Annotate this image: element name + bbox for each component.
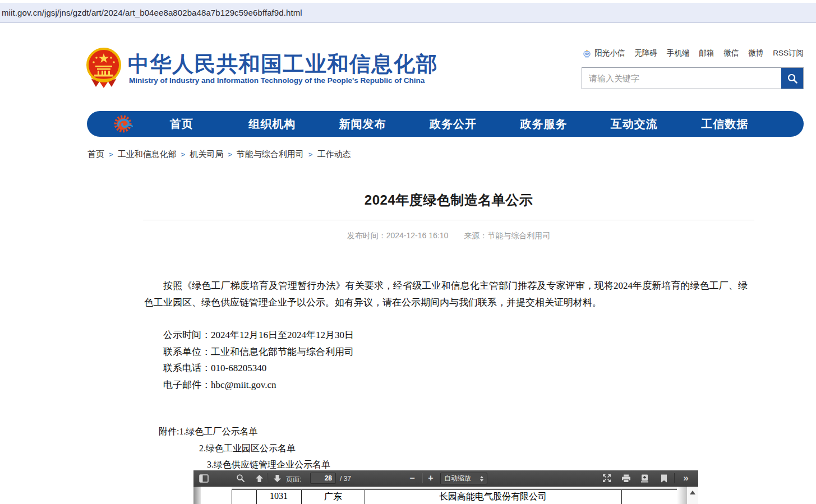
- breadcrumb-item-home[interactable]: 首页: [87, 149, 104, 160]
- breadcrumb-separator: >: [109, 150, 113, 159]
- publish-info: 发布时间：2024-12-16 16:10来源：节能与综合利用司: [143, 231, 754, 241]
- publish-time-value: 2024-12-16 16:10: [386, 231, 449, 240]
- table-border: [256, 489, 257, 504]
- zoom-out-button[interactable]: −: [405, 472, 419, 484]
- nav-item-gov-services[interactable]: 政务服务: [499, 117, 589, 132]
- find-icon: [236, 474, 245, 483]
- table-border: [301, 489, 302, 504]
- article-body: 按照《绿色工厂梯度培育及管理暂行办法》有关要求，经省级工业和信息化主管部门推荐及…: [144, 278, 748, 311]
- site-title: 中华人民共和国工业和信息化部: [128, 50, 438, 78]
- pdf-viewer: 页面: / 37 − + 自动缩放: [193, 470, 698, 504]
- pdf-content: 1031 广东 长园高能电气股份有限公司: [193, 487, 698, 504]
- pdf-sidebar-toggle-button[interactable]: [197, 472, 210, 484]
- utility-link-wechat[interactable]: 微信: [723, 48, 739, 58]
- pdf-page-right-shadow: [677, 487, 687, 504]
- table-border: [365, 489, 365, 504]
- nav-item-interaction[interactable]: 互动交流: [589, 117, 679, 132]
- pdf-scrollbar[interactable]: [687, 487, 698, 504]
- page-up-icon: [255, 474, 264, 483]
- contact-phone: 联系电话：010-68205340: [144, 360, 354, 377]
- contact-unit: 联系单位：工业和信息化部节能与综合利用司: [144, 344, 354, 360]
- utility-link-rss[interactable]: RSS订阅: [773, 48, 804, 58]
- table-border: [232, 489, 677, 490]
- pdf-page: 1031 广东 长园高能电气股份有限公司: [201, 487, 677, 504]
- page-url[interactable]: miit.gov.cn/jgsj/jns/gzdt/art/2024/art_b…: [0, 8, 302, 17]
- utility-link-mail[interactable]: 邮箱: [699, 48, 714, 58]
- page-down-icon: [273, 474, 282, 483]
- download-button[interactable]: [638, 472, 651, 484]
- nav-item-organization[interactable]: 组织机构: [227, 117, 317, 132]
- more-tools-button[interactable]: »: [679, 472, 693, 484]
- breadcrumb-item-miit[interactable]: 工业和信息化部: [118, 149, 177, 160]
- utility-link-accessibility[interactable]: 无障碍: [634, 48, 657, 58]
- title-divider: [143, 220, 754, 220]
- presentation-mode-button[interactable]: [600, 472, 614, 484]
- toolbar-separator: [674, 473, 675, 483]
- main-nav: 首页 组织机构 新闻发布 政务公开 政务服务 互动交流 工信数据: [87, 111, 804, 137]
- sidebar-toggle-icon: [199, 474, 209, 483]
- table-border: [232, 488, 677, 488]
- nav-item-news[interactable]: 新闻发布: [317, 117, 408, 132]
- contact-email: 电子邮件：hbc@miit.gov.cn: [144, 377, 354, 394]
- national-emblem-icon: [86, 48, 122, 88]
- zoom-in-label: +: [428, 473, 433, 483]
- pdf-next-page-button[interactable]: [270, 472, 284, 484]
- public-notice-period: 公示时间：2024年12月16日至2024年12月30日: [144, 327, 354, 344]
- utility-link-label: 无障碍: [634, 48, 657, 58]
- search-input[interactable]: [582, 68, 781, 89]
- bookmark-icon: [661, 474, 667, 483]
- nav-item-data[interactable]: 工信数据: [680, 117, 770, 132]
- breadcrumb: 首页 > 工业和信息化部 > 机关司局 > 节能与综合利用司 > 工作动态: [87, 149, 351, 160]
- site-subtitle: Ministry of Industry and Information Tec…: [129, 76, 425, 85]
- search-icon: [787, 73, 798, 84]
- print-button[interactable]: [619, 472, 633, 484]
- robot-assistant-icon: [582, 49, 592, 58]
- page-total: / 37: [340, 475, 351, 483]
- page: miit.gov.cn/jgsj/jns/gzdt/art/2024/art_b…: [0, 0, 816, 504]
- search-button[interactable]: [781, 68, 803, 89]
- nav-items: 首页 组织机构 新闻发布 政务公开 政务服务 互动交流 工信数据: [136, 117, 770, 132]
- utility-link-label: 手机端: [667, 48, 690, 58]
- pdf-find-button[interactable]: [234, 472, 247, 484]
- breadcrumb-item-departments[interactable]: 机关司局: [190, 149, 223, 160]
- pdf-toolbar: 页面: / 37 − + 自动缩放: [193, 470, 698, 487]
- utility-link-label: 微博: [748, 48, 763, 58]
- utility-link-label: 阳光小信: [594, 48, 625, 58]
- table-cell-company: 长园高能电气股份有限公司: [439, 491, 547, 503]
- toolbar-separator: [422, 473, 422, 483]
- breadcrumb-item-energy-dept[interactable]: 节能与综合利用司: [237, 149, 304, 160]
- breadcrumb-item-work-updates[interactable]: 工作动态: [317, 149, 351, 160]
- zoom-mode-value: 自动缩放: [444, 474, 471, 483]
- bookmark-button[interactable]: [657, 472, 671, 484]
- national-emblem-logo: [86, 48, 122, 88]
- utility-link-weibo[interactable]: 微博: [748, 48, 763, 58]
- source-label: 来源：: [464, 231, 487, 240]
- site-search: [582, 67, 804, 89]
- breadcrumb-separator: >: [308, 150, 313, 159]
- print-icon: [621, 474, 631, 483]
- scroll-up-arrow-icon[interactable]: [690, 491, 695, 494]
- pdf-previous-page-button[interactable]: [252, 472, 266, 484]
- fullscreen-icon: [602, 474, 611, 483]
- utility-link-assistant[interactable]: 阳光小信: [582, 48, 625, 58]
- page-number-input[interactable]: [310, 473, 336, 484]
- more-tools-label: »: [683, 473, 688, 484]
- article-title: 2024年度绿色制造名单公示: [143, 191, 754, 209]
- pdf-page-left-shadow: [193, 487, 201, 504]
- attachments: 附件:1.绿色工厂公示名单 2.绿色工业园区公示名单 3.绿色供应链管理企业公示…: [144, 423, 330, 473]
- browser-address-bar[interactable]: miit.gov.cn/jgsj/jns/gzdt/art/2024/art_b…: [0, 3, 816, 23]
- contact-info: 公示时间：2024年12月16日至2024年12月30日 联系单位：工业和信息化…: [144, 327, 354, 393]
- zoom-out-label: −: [409, 473, 414, 483]
- utility-link-label: RSS订阅: [773, 48, 804, 58]
- zoom-mode-select[interactable]: 自动缩放: [440, 473, 487, 484]
- table-border: [621, 489, 622, 504]
- nav-item-gov-disclosure[interactable]: 政务公开: [408, 117, 498, 132]
- utility-link-mobile[interactable]: 手机端: [667, 48, 690, 58]
- nav-item-home[interactable]: 首页: [136, 117, 227, 132]
- utility-links: 阳光小信 无障碍 手机端 邮箱 微信 微博 RSS订阅: [582, 48, 804, 58]
- zoom-in-button[interactable]: +: [424, 472, 437, 484]
- article-paragraph: 按照《绿色工厂梯度培育及管理暂行办法》有关要求，经省级工业和信息化主管部门推荐及…: [144, 278, 748, 311]
- miit-gear-logo-icon: [113, 114, 133, 134]
- source-value: 节能与综合利用司: [487, 231, 550, 240]
- table-cell-province: 广东: [324, 491, 342, 503]
